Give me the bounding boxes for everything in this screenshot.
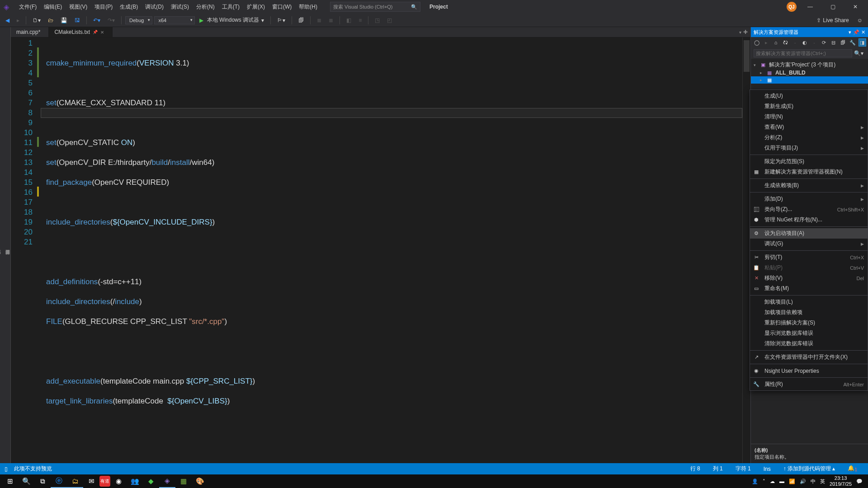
menu-view[interactable]: 视图(V) xyxy=(66,1,91,13)
toolbar-icon[interactable]: 🏳▾ xyxy=(274,16,288,24)
close-tab-icon[interactable]: ✕ xyxy=(100,30,104,35)
tray-notifications-icon[interactable]: 💬 xyxy=(856,479,863,484)
tray-people-icon[interactable]: 👤 xyxy=(752,479,758,484)
tool-icon[interactable]: - xyxy=(791,38,799,47)
show-all-icon[interactable]: 🗐 xyxy=(839,38,847,47)
tray-volume-icon[interactable]: 🔊 xyxy=(800,479,806,484)
collapse-icon[interactable]: ⊟ xyxy=(830,38,837,47)
panel-pin-icon[interactable]: 📌 xyxy=(853,29,859,35)
toolbox-tab[interactable]: 工具箱 xyxy=(0,244,1,248)
maximize-button[interactable]: ▢ xyxy=(824,0,842,13)
panel-dropdown-icon[interactable]: ▾ xyxy=(849,29,851,35)
app-icon[interactable]: ◆ xyxy=(143,474,159,488)
explorer-icon[interactable]: 🗂 xyxy=(67,474,83,488)
taskview-icon[interactable]: ⧉ xyxy=(34,474,51,488)
notifications-icon[interactable]: 🔔1 xyxy=(841,465,863,472)
menu-build[interactable]: 生成(B) xyxy=(116,1,142,13)
edge-icon[interactable]: ⓔ xyxy=(51,474,67,488)
platform-combo[interactable]: x64 xyxy=(154,16,195,24)
context-menu-item[interactable]: 调试(G)▶ xyxy=(750,239,868,249)
nav-fwd-icon[interactable]: ▸ xyxy=(14,16,22,24)
context-menu-item[interactable]: ⬢管理 NuGet 程序包(N)... xyxy=(750,215,868,225)
new-project-icon[interactable]: 🗋▾ xyxy=(30,16,43,24)
teams-icon[interactable]: 👥 xyxy=(127,474,143,488)
context-menu-item[interactable]: ▦新建解决方案资源管理器视图(N) xyxy=(750,167,868,177)
tab-main-cpp[interactable]: main.cpp* xyxy=(11,27,49,37)
context-menu-item[interactable]: 重新扫描解决方案(S) xyxy=(750,318,868,328)
chrome-icon[interactable]: ◉ xyxy=(110,474,127,488)
project-selected[interactable]: ▸ ▦ xyxy=(751,76,868,84)
save-all-icon[interactable]: 🖫 xyxy=(72,16,83,24)
toolbar-icon[interactable]: ≡ xyxy=(356,16,364,24)
context-menu-item[interactable]: ⚙设为启动项目(A) xyxy=(750,228,868,239)
tool-icon[interactable]: - xyxy=(811,38,818,47)
context-menu-item[interactable]: 加载项目依赖项 xyxy=(750,307,868,318)
search-icon[interactable]: 🔍 xyxy=(18,474,34,488)
save-icon[interactable]: 💾 xyxy=(58,16,70,24)
context-menu-item[interactable]: ✕移除(V)Del xyxy=(750,273,868,283)
mail-icon[interactable]: ✉ xyxy=(83,474,99,488)
context-menu-item[interactable]: ⿲类向导(Z)...Ctrl+Shift+X xyxy=(750,204,868,215)
config-combo[interactable]: Debug xyxy=(125,16,152,24)
toolbar-icon[interactable]: ≣ xyxy=(314,16,324,24)
toolbar-icon[interactable]: ◰ xyxy=(384,16,395,24)
editor-add-icon[interactable]: ✚ xyxy=(743,29,748,35)
redo-icon[interactable]: ↷▾ xyxy=(105,16,118,24)
tray-wifi-icon[interactable]: 📶 xyxy=(789,479,795,484)
app-icon[interactable]: 有道 xyxy=(99,476,110,487)
back-icon[interactable]: ◯ xyxy=(753,38,760,47)
context-menu-item[interactable]: 重新生成(E) xyxy=(750,101,868,112)
app-icon[interactable]: 🎨 xyxy=(192,474,208,488)
solution-search-input[interactable] xyxy=(754,49,852,57)
expand-icon[interactable]: ▸ xyxy=(760,78,765,82)
feedback-icon[interactable]: ☺ xyxy=(854,16,865,24)
user-avatar[interactable]: QJ xyxy=(787,2,797,12)
context-menu-item[interactable]: 分析(Z)▶ xyxy=(750,132,868,143)
tray-cloud-icon[interactable]: ☁ xyxy=(770,479,775,484)
menu-edit[interactable]: 编辑(E) xyxy=(40,1,66,13)
code-editor[interactable]: 123456789101112131415161718192021 cmake_… xyxy=(11,38,750,486)
refresh-icon[interactable]: ⟳ xyxy=(820,38,828,47)
preview-icon[interactable]: ◨ xyxy=(859,38,866,47)
start-debug-button[interactable]: ▶ 本地 Windows 调试器 ▾ xyxy=(197,15,267,25)
context-menu-item[interactable]: 仅用于项目(J)▶ xyxy=(750,143,868,153)
context-menu-item[interactable]: 卸载项目(L) xyxy=(750,297,868,307)
tray-ime2[interactable]: 英 xyxy=(820,478,825,485)
pin-icon[interactable]: 📌 xyxy=(93,30,98,34)
open-icon[interactable]: 🗁 xyxy=(45,16,56,24)
toolbar-icon[interactable]: 🗐 xyxy=(296,16,307,24)
tray-up-icon[interactable]: ˄ xyxy=(763,479,765,484)
nav-back-icon[interactable]: ◀ xyxy=(3,16,12,24)
context-menu-item[interactable]: 查看(W)▶ xyxy=(750,122,868,132)
undo-icon[interactable]: ↶▾ xyxy=(90,16,103,24)
context-menu-item[interactable]: ◉Nsight User Properties xyxy=(750,366,868,376)
fwd-icon[interactable]: ▸ xyxy=(762,38,770,47)
context-menu-item[interactable]: ↗在文件资源管理器中打开文件夹(X) xyxy=(750,352,868,362)
panel-close-icon[interactable]: ✕ xyxy=(861,29,865,35)
expand-icon[interactable]: ▾ xyxy=(754,63,759,67)
context-menu-item[interactable]: 添加(D)▶ xyxy=(750,194,868,204)
context-menu-item[interactable]: 显示浏览数据库错误 xyxy=(750,328,868,338)
home-icon[interactable]: ⌂ xyxy=(772,38,780,47)
expand-icon[interactable]: ▸ xyxy=(760,70,765,75)
editor-dropdown-icon[interactable]: ▾ xyxy=(739,30,741,35)
server-explorer-tab[interactable]: 服务器资源管理器 xyxy=(4,244,10,248)
context-menu-item[interactable]: 生成(U) xyxy=(750,91,868,101)
live-share-button[interactable]: ⇪Live Share xyxy=(813,17,852,23)
sync-icon[interactable]: 🗘 xyxy=(782,38,789,47)
menu-tools[interactable]: 工具(T) xyxy=(218,1,243,13)
tab-cmakelists[interactable]: CMakeLists.txt📌✕ xyxy=(49,27,113,37)
context-menu-item[interactable]: ✂剪切(T)Ctrl+X xyxy=(750,252,868,263)
start-button[interactable]: ⊞ xyxy=(2,474,18,488)
code-content[interactable]: cmake_minimum_required(VERSION 3.1) set(… xyxy=(41,38,742,486)
close-button[interactable]: ✕ xyxy=(846,0,864,13)
menu-debug[interactable]: 调试(D) xyxy=(142,1,167,13)
context-menu-item[interactable]: ▭重命名(M) xyxy=(750,283,868,294)
properties-icon[interactable]: 🔧 xyxy=(849,38,857,47)
toolbar-icon[interactable]: ≣ xyxy=(326,16,336,24)
tray-ime1[interactable]: 中 xyxy=(811,478,816,485)
status-scm[interactable]: ↑ 添加到源代码管理 ▴ xyxy=(777,465,842,473)
menu-test[interactable]: 测试(S) xyxy=(167,1,193,13)
menu-file[interactable]: 文件(F) xyxy=(15,1,40,13)
vs-icon[interactable]: ◈ xyxy=(159,474,175,488)
